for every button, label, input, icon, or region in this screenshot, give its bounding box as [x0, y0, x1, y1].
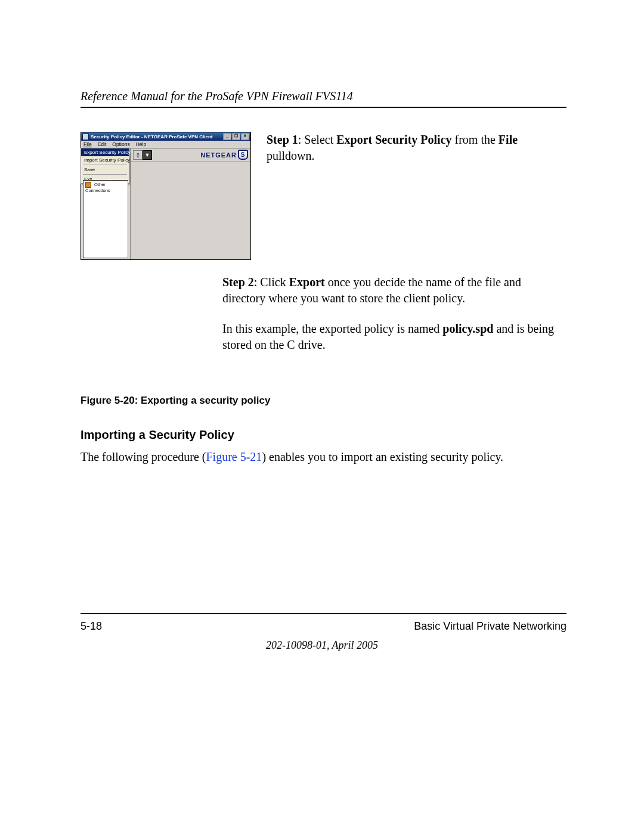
menu-file[interactable]: File: [83, 141, 92, 147]
menu-item-save[interactable]: Save: [81, 166, 129, 174]
menu-options[interactable]: Options: [112, 141, 129, 147]
close-button[interactable]: ✕: [241, 133, 249, 140]
menu-item-export-security-policy[interactable]: Export Security Policy: [81, 148, 129, 156]
step1-label: Step 1: [267, 133, 298, 146]
app-icon: [82, 134, 89, 140]
page-number: 5-18: [80, 620, 102, 633]
step2-label: Step 2: [222, 275, 254, 289]
right-pane: ▯ ▼ NETGEAR S: [131, 148, 250, 259]
step1-text: Step 1: Select Export Security Policy fr…: [267, 132, 523, 164]
netgear-logo: NETGEAR S: [200, 150, 248, 160]
file-dropdown: Export Security Policy Import Security P…: [80, 148, 129, 184]
figure-caption: Figure 5-20: Exporting a security policy: [80, 395, 566, 407]
chapter-title: Basic Virtual Private Networking: [414, 620, 566, 633]
toolbar-button[interactable]: ▯: [133, 150, 143, 160]
folder-icon: [85, 182, 91, 188]
netgear-shield-icon: S: [238, 150, 248, 160]
connection-tree[interactable]: Other Connections: [83, 180, 128, 258]
example-paragraph: In this example, the exported policy is …: [222, 321, 566, 353]
menu-item-import-security-policy[interactable]: Import Security Policy: [81, 156, 129, 164]
left-pane: Export Security Policy Import Security P…: [81, 148, 131, 259]
step2-text: Step 2: Click Export once you decide the…: [222, 274, 566, 306]
figure-link-5-21[interactable]: Figure 5-21: [206, 450, 262, 463]
window-titlebar: Security Policy Editor - NETGEAR ProSafe…: [81, 132, 250, 141]
header-rule: [80, 107, 566, 108]
footer-rule: [80, 613, 566, 614]
running-header: Reference Manual for the ProSafe VPN Fir…: [80, 89, 566, 103]
minimize-button[interactable]: _: [223, 133, 231, 140]
following-procedure-paragraph: The following procedure (Figure 5-21) en…: [80, 449, 566, 465]
window-title: Security Policy Editor - NETGEAR ProSafe…: [91, 134, 213, 140]
screenshot-security-policy-editor: Security Policy Editor - NETGEAR ProSafe…: [80, 132, 251, 260]
toolbar-down-button[interactable]: ▼: [143, 150, 152, 160]
maximize-button[interactable]: ☐: [232, 133, 240, 140]
menu-edit[interactable]: Edit: [98, 141, 107, 147]
doc-id-line: 202-10098-01, April 2005: [0, 639, 644, 652]
menu-help[interactable]: Help: [136, 141, 146, 147]
netgear-wordmark: NETGEAR: [200, 151, 237, 159]
section-heading-importing: Importing a Security Policy: [80, 428, 566, 442]
